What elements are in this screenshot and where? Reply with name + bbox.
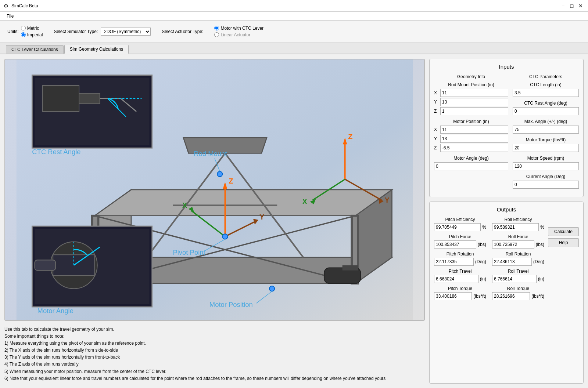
notes-item-2: 2) The X axis of the sim runs horizontal… bbox=[4, 347, 425, 354]
geo-info-col: Geometry Info Rod Mount Position (in) X … bbox=[434, 74, 508, 192]
pitch-travel-value bbox=[434, 275, 478, 283]
current-angle-input[interactable] bbox=[513, 181, 579, 189]
roll-travel-label: Roll Travel bbox=[492, 269, 544, 274]
x-label-mp: X bbox=[434, 127, 439, 132]
pitch-travel-unit: (in) bbox=[480, 276, 486, 282]
svg-rect-47 bbox=[79, 93, 100, 104]
linear-actuator-label: Linear Actuator bbox=[220, 32, 250, 37]
x-label-rm: X bbox=[434, 90, 439, 95]
toolbar: Units: Metric Imperial Select Simulator … bbox=[0, 21, 588, 43]
pitch-torque-label: Pitch Torque bbox=[434, 286, 486, 291]
roll-torque-value bbox=[492, 292, 530, 300]
svg-rect-57 bbox=[35, 260, 55, 270]
pitch-efficiency-label: Pitch Efficiency bbox=[434, 217, 486, 222]
ctc-params-title: CTC Parameters bbox=[513, 74, 579, 79]
motor-ctc-radio[interactable] bbox=[214, 26, 219, 30]
tab-sim-geometry[interactable]: Sim Geometry Calculations bbox=[64, 45, 129, 54]
pitch-rotation-value bbox=[434, 258, 474, 266]
pitch-force-label: Pitch Force bbox=[434, 234, 486, 239]
pitch-force-field: Pitch Force (lbs) bbox=[434, 234, 486, 249]
units-label: Units: bbox=[7, 29, 19, 34]
geo-info-title: Geometry Info bbox=[434, 74, 508, 79]
roll-rotation-label: Roll Rotation bbox=[492, 251, 544, 257]
outputs-with-btns: Pitch Efficiency % Roll Efficiency bbox=[434, 217, 579, 300]
svg-point-37 bbox=[269, 286, 275, 291]
roll-torque-field: Roll Torque (lbs*ft) bbox=[492, 286, 544, 300]
imperial-label: Imperial bbox=[27, 32, 43, 37]
maximize-button[interactable]: □ bbox=[568, 2, 576, 10]
svg-point-36 bbox=[217, 171, 222, 177]
minimize-button[interactable]: − bbox=[559, 2, 567, 10]
app-title: SimCalc Beta bbox=[11, 3, 38, 8]
z-label-mp: Z bbox=[434, 145, 439, 151]
linear-actuator-radio[interactable] bbox=[214, 32, 219, 37]
motor-pos-label: Motor Position (in) bbox=[434, 119, 508, 124]
motor-torque-label: Motor Torque (lbs*ft) bbox=[513, 137, 579, 142]
svg-text:Z: Z bbox=[348, 133, 352, 141]
tabs-bar: CTC Lever Calculations Sim Geometry Calc… bbox=[0, 43, 588, 54]
roll-efficiency-field: Roll Efficiency % bbox=[492, 217, 544, 231]
ctc-rest-angle-group: CTC Rest Angle (deg) bbox=[513, 101, 579, 115]
svg-marker-4 bbox=[95, 190, 392, 216]
rod-mount-x[interactable] bbox=[440, 89, 508, 97]
notes-item-3: 3) The Y axis of the sim runs horizontal… bbox=[4, 354, 425, 361]
ctc-length-input[interactable] bbox=[513, 89, 579, 97]
motor-angle-input[interactable] bbox=[434, 162, 508, 170]
rod-mount-y[interactable] bbox=[440, 98, 508, 106]
metric-radio[interactable] bbox=[21, 26, 26, 30]
help-button[interactable]: Help bbox=[548, 238, 579, 247]
pitch-efficiency-field: Pitch Efficiency % bbox=[434, 217, 486, 231]
svg-text:Motor Angle: Motor Angle bbox=[37, 307, 74, 315]
motor-pos-y[interactable] bbox=[440, 135, 508, 143]
roll-torque-unit: (lbs*ft) bbox=[531, 294, 544, 299]
close-button[interactable]: ✕ bbox=[577, 2, 584, 10]
notes-item-1: 1) Measure everything using the pivot of… bbox=[4, 340, 425, 347]
current-angle-group: Current Angle (Deg) bbox=[513, 174, 579, 189]
ctc-rest-angle-input[interactable] bbox=[513, 107, 579, 115]
roll-force-unit: (lbs) bbox=[536, 242, 544, 247]
roll-travel-field: Roll Travel (in) bbox=[492, 269, 544, 283]
inputs-box: Inputs Geometry Info Rod Mount Position … bbox=[429, 59, 584, 197]
max-angle-input[interactable] bbox=[513, 126, 579, 134]
right-panel: Inputs Geometry Info Rod Mount Position … bbox=[429, 59, 584, 384]
svg-text:X: X bbox=[302, 197, 307, 206]
motor-pos-x[interactable] bbox=[440, 126, 508, 134]
pitch-torque-field: Pitch Torque (lbs*ft) bbox=[434, 286, 486, 300]
sim-type-select[interactable]: 2DOF (Symmetric)2DOF (Asymmetric)3DOF bbox=[101, 28, 151, 36]
notes-item-6: 6) Note that your equivalent linear forc… bbox=[4, 375, 425, 382]
rod-mount-z[interactable] bbox=[440, 107, 508, 115]
svg-text:CTC Rest Angle: CTC Rest Angle bbox=[32, 148, 80, 156]
actuator-type-label: Select Actuator Type: bbox=[162, 29, 203, 34]
roll-rotation-value bbox=[492, 258, 532, 266]
title-bar: ⚙ SimCalc Beta − □ ✕ bbox=[0, 0, 588, 12]
metric-label: Metric bbox=[27, 26, 39, 31]
roll-rotation-unit: (Deg) bbox=[533, 259, 544, 264]
roll-torque-label: Roll Torque bbox=[492, 286, 544, 291]
svg-text:Z: Z bbox=[229, 177, 233, 185]
diagram-area: Z X Y Z X bbox=[4, 59, 425, 321]
svg-text:Y: Y bbox=[259, 213, 264, 221]
motor-speed-label: Motor Speed (rpm) bbox=[513, 156, 579, 161]
max-angle-label: Max. Angle (+/-) (deg) bbox=[513, 119, 579, 124]
motor-pos-z[interactable] bbox=[440, 144, 508, 152]
motor-pos-group: Motor Position (in) X Y Z bbox=[434, 119, 508, 152]
main-content: Z X Y Z X bbox=[0, 54, 588, 388]
pitch-efficiency-unit: % bbox=[482, 225, 486, 230]
pitch-rotation-label: Pitch Rotation bbox=[434, 251, 486, 257]
imperial-radio[interactable] bbox=[21, 32, 26, 37]
y-label-rm: Y bbox=[434, 99, 439, 105]
ctc-params-col: CTC Parameters CTC Length (in) CTC Rest … bbox=[513, 74, 579, 192]
calculate-button[interactable]: Calculate bbox=[548, 227, 579, 236]
roll-rotation-field: Roll Rotation (Deg) bbox=[492, 251, 544, 266]
svg-point-35 bbox=[222, 234, 227, 239]
motor-torque-input[interactable] bbox=[513, 144, 579, 152]
outputs-main: Pitch Efficiency % Roll Efficiency bbox=[434, 217, 544, 300]
svg-text:Rod Mount: Rod Mount bbox=[194, 150, 227, 157]
ctc-length-label: CTC Length (in) bbox=[513, 82, 579, 87]
motor-speed-input[interactable] bbox=[513, 162, 579, 170]
rod-mount-group: Rod Mount Position (in) X Y Z bbox=[434, 82, 508, 115]
file-menu[interactable]: File bbox=[3, 13, 17, 19]
tab-ctc-lever[interactable]: CTC Lever Calculations bbox=[6, 45, 64, 54]
pitch-travel-field: Pitch Travel (in) bbox=[434, 269, 486, 283]
notes-area: Use this tab to calculate the travel geo… bbox=[4, 324, 425, 384]
